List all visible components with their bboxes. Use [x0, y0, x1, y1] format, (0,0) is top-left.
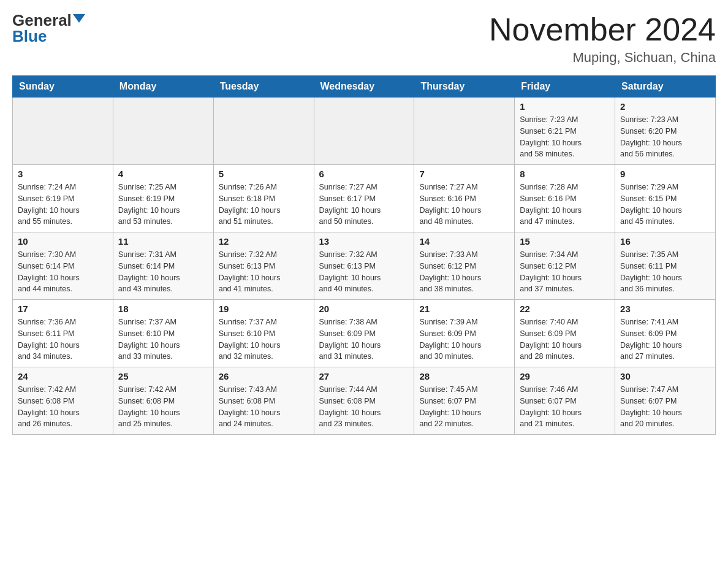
calendar-table: SundayMondayTuesdayWednesdayThursdayFrid… [12, 75, 716, 435]
logo-general-text: General [12, 12, 72, 28]
title-area: November 2024 Muping, Sichuan, China [489, 12, 716, 66]
weekday-header-wednesday: Wednesday [314, 76, 414, 98]
day-number: 25 [118, 371, 208, 381]
day-number: 23 [620, 304, 710, 314]
day-cell: 29Sunrise: 7:46 AMSunset: 6:07 PMDayligh… [515, 367, 615, 435]
day-cell: 5Sunrise: 7:26 AMSunset: 6:18 PMDaylight… [213, 165, 314, 232]
day-info: Sunrise: 7:42 AMSunset: 6:08 PMDaylight:… [18, 384, 108, 430]
day-number: 21 [419, 304, 509, 314]
day-number: 7 [419, 169, 509, 179]
day-number: 4 [118, 169, 208, 179]
day-number: 12 [219, 236, 309, 247]
day-cell: 3Sunrise: 7:24 AMSunset: 6:19 PMDaylight… [13, 165, 113, 232]
day-info: Sunrise: 7:28 AMSunset: 6:16 PMDaylight:… [520, 182, 610, 228]
calendar-title: November 2024 [489, 12, 716, 47]
day-info: Sunrise: 7:39 AMSunset: 6:09 PMDaylight:… [419, 316, 509, 362]
day-number: 26 [219, 371, 309, 381]
day-info: Sunrise: 7:34 AMSunset: 6:12 PMDaylight:… [520, 249, 610, 295]
day-cell: 25Sunrise: 7:42 AMSunset: 6:08 PMDayligh… [113, 367, 213, 435]
day-cell: 20Sunrise: 7:38 AMSunset: 6:09 PMDayligh… [314, 300, 414, 367]
day-number: 14 [419, 236, 509, 247]
day-info: Sunrise: 7:44 AMSunset: 6:08 PMDaylight:… [319, 384, 409, 430]
day-number: 10 [18, 236, 108, 247]
day-cell [213, 98, 314, 165]
day-info: Sunrise: 7:30 AMSunset: 6:14 PMDaylight:… [18, 249, 108, 295]
weekday-header-thursday: Thursday [414, 76, 515, 98]
day-info: Sunrise: 7:38 AMSunset: 6:09 PMDaylight:… [319, 316, 409, 362]
day-number: 11 [118, 236, 208, 247]
day-info: Sunrise: 7:42 AMSunset: 6:08 PMDaylight:… [118, 384, 208, 430]
day-cell: 30Sunrise: 7:47 AMSunset: 6:07 PMDayligh… [615, 367, 716, 435]
day-info: Sunrise: 7:32 AMSunset: 6:13 PMDaylight:… [319, 249, 409, 295]
week-row-1: 1Sunrise: 7:23 AMSunset: 6:21 PMDaylight… [13, 98, 716, 165]
day-number: 6 [319, 169, 409, 179]
logo: General Blue [12, 12, 85, 44]
day-number: 30 [620, 371, 710, 381]
day-cell: 6Sunrise: 7:27 AMSunset: 6:17 PMDaylight… [314, 165, 414, 232]
weekday-header-saturday: Saturday [615, 76, 716, 98]
day-cell: 8Sunrise: 7:28 AMSunset: 6:16 PMDaylight… [515, 165, 615, 232]
day-info: Sunrise: 7:29 AMSunset: 6:15 PMDaylight:… [620, 182, 710, 228]
day-cell [414, 98, 515, 165]
day-cell: 24Sunrise: 7:42 AMSunset: 6:08 PMDayligh… [13, 367, 113, 435]
day-number: 1 [520, 101, 610, 112]
day-cell: 18Sunrise: 7:37 AMSunset: 6:10 PMDayligh… [113, 300, 213, 367]
day-number: 2 [620, 101, 710, 112]
day-cell: 1Sunrise: 7:23 AMSunset: 6:21 PMDaylight… [515, 98, 615, 165]
day-info: Sunrise: 7:33 AMSunset: 6:12 PMDaylight:… [419, 249, 509, 295]
week-row-2: 3Sunrise: 7:24 AMSunset: 6:19 PMDaylight… [13, 165, 716, 232]
week-row-5: 24Sunrise: 7:42 AMSunset: 6:08 PMDayligh… [13, 367, 716, 435]
day-number: 16 [620, 236, 710, 247]
weekday-header-sunday: Sunday [13, 76, 113, 98]
day-cell [113, 98, 213, 165]
day-number: 19 [219, 304, 309, 314]
day-cell: 15Sunrise: 7:34 AMSunset: 6:12 PMDayligh… [515, 232, 615, 300]
calendar-subtitle: Muping, Sichuan, China [489, 50, 716, 66]
day-number: 18 [118, 304, 208, 314]
day-info: Sunrise: 7:37 AMSunset: 6:10 PMDaylight:… [219, 316, 309, 362]
day-info: Sunrise: 7:27 AMSunset: 6:17 PMDaylight:… [319, 182, 409, 228]
day-cell: 17Sunrise: 7:36 AMSunset: 6:11 PMDayligh… [13, 300, 113, 367]
day-info: Sunrise: 7:26 AMSunset: 6:18 PMDaylight:… [219, 182, 309, 228]
day-info: Sunrise: 7:27 AMSunset: 6:16 PMDaylight:… [419, 182, 509, 228]
day-cell: 21Sunrise: 7:39 AMSunset: 6:09 PMDayligh… [414, 300, 515, 367]
day-info: Sunrise: 7:41 AMSunset: 6:09 PMDaylight:… [620, 316, 710, 362]
day-cell: 28Sunrise: 7:45 AMSunset: 6:07 PMDayligh… [414, 367, 515, 435]
day-number: 20 [319, 304, 409, 314]
day-info: Sunrise: 7:37 AMSunset: 6:10 PMDaylight:… [118, 316, 208, 362]
day-cell: 23Sunrise: 7:41 AMSunset: 6:09 PMDayligh… [615, 300, 716, 367]
day-number: 24 [18, 371, 108, 381]
day-info: Sunrise: 7:45 AMSunset: 6:07 PMDaylight:… [419, 384, 509, 430]
day-number: 5 [219, 169, 309, 179]
day-info: Sunrise: 7:23 AMSunset: 6:21 PMDaylight:… [520, 114, 610, 160]
weekday-header-monday: Monday [113, 76, 213, 98]
day-info: Sunrise: 7:24 AMSunset: 6:19 PMDaylight:… [18, 182, 108, 228]
week-row-4: 17Sunrise: 7:36 AMSunset: 6:11 PMDayligh… [13, 300, 716, 367]
weekday-header-friday: Friday [515, 76, 615, 98]
weekday-header-tuesday: Tuesday [213, 76, 314, 98]
day-number: 8 [520, 169, 610, 179]
day-cell: 19Sunrise: 7:37 AMSunset: 6:10 PMDayligh… [213, 300, 314, 367]
day-cell: 10Sunrise: 7:30 AMSunset: 6:14 PMDayligh… [13, 232, 113, 300]
day-info: Sunrise: 7:23 AMSunset: 6:20 PMDaylight:… [620, 114, 710, 160]
day-number: 9 [620, 169, 710, 179]
day-info: Sunrise: 7:36 AMSunset: 6:11 PMDaylight:… [18, 316, 108, 362]
day-cell: 16Sunrise: 7:35 AMSunset: 6:11 PMDayligh… [615, 232, 716, 300]
day-info: Sunrise: 7:43 AMSunset: 6:08 PMDaylight:… [219, 384, 309, 430]
day-cell: 11Sunrise: 7:31 AMSunset: 6:14 PMDayligh… [113, 232, 213, 300]
logo-triangle-icon [73, 14, 85, 23]
day-cell: 7Sunrise: 7:27 AMSunset: 6:16 PMDaylight… [414, 165, 515, 232]
day-number: 15 [520, 236, 610, 247]
day-cell: 2Sunrise: 7:23 AMSunset: 6:20 PMDaylight… [615, 98, 716, 165]
day-info: Sunrise: 7:31 AMSunset: 6:14 PMDaylight:… [118, 249, 208, 295]
day-number: 17 [18, 304, 108, 314]
day-info: Sunrise: 7:40 AMSunset: 6:09 PMDaylight:… [520, 316, 610, 362]
day-cell: 22Sunrise: 7:40 AMSunset: 6:09 PMDayligh… [515, 300, 615, 367]
day-number: 28 [419, 371, 509, 381]
day-info: Sunrise: 7:47 AMSunset: 6:07 PMDaylight:… [620, 384, 710, 430]
day-cell: 13Sunrise: 7:32 AMSunset: 6:13 PMDayligh… [314, 232, 414, 300]
day-info: Sunrise: 7:46 AMSunset: 6:07 PMDaylight:… [520, 384, 610, 430]
day-cell: 9Sunrise: 7:29 AMSunset: 6:15 PMDaylight… [615, 165, 716, 232]
day-cell: 4Sunrise: 7:25 AMSunset: 6:19 PMDaylight… [113, 165, 213, 232]
day-cell: 12Sunrise: 7:32 AMSunset: 6:13 PMDayligh… [213, 232, 314, 300]
